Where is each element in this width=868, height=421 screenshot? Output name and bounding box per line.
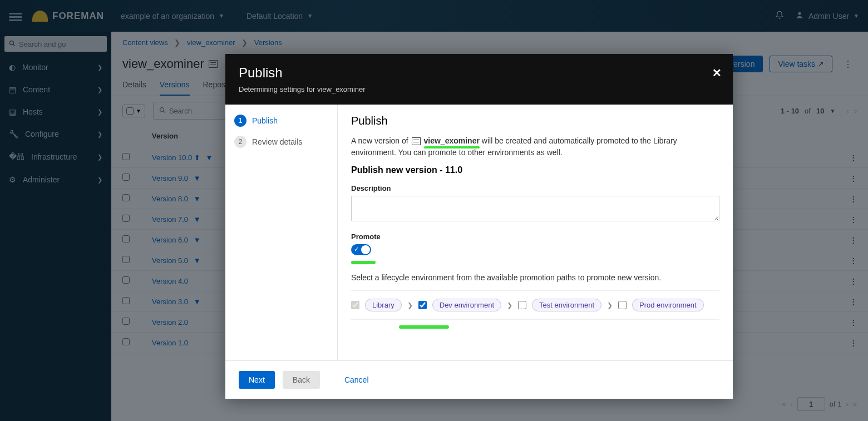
publish-modal: Publish Determining settings for view_ex…	[225, 54, 733, 399]
env-checkbox-library	[351, 301, 359, 309]
wizard-content: Publish A new version of view_exominer w…	[338, 105, 733, 360]
wizard-step-publish[interactable]: 1 Publish	[234, 115, 328, 127]
description-input[interactable]	[351, 196, 719, 221]
chevron-right-icon: ❯	[607, 301, 613, 309]
env-chip-dev[interactable]: Dev environment	[432, 299, 501, 311]
cancel-button[interactable]: Cancel	[344, 375, 369, 384]
step-label: Review details	[252, 137, 302, 146]
modal-subtitle: Determining settings for view_exominer	[239, 85, 719, 93]
env-checkbox-test[interactable]	[518, 301, 526, 309]
cv-name: view_exominer	[424, 136, 480, 145]
intro-a: A new version of	[351, 136, 408, 145]
env-checkbox-prod[interactable]	[618, 301, 627, 309]
intro-text: A new version of view_exominer will be c…	[351, 135, 719, 159]
promote-label: Promote	[351, 232, 719, 241]
step-number: 1	[234, 115, 246, 127]
next-button[interactable]: Next	[239, 371, 275, 389]
chevron-right-icon: ❯	[507, 301, 512, 309]
env-checkbox-dev[interactable]	[418, 301, 427, 309]
toggle-knob	[361, 245, 370, 254]
wizard-step-review[interactable]: 2 Review details	[234, 136, 328, 148]
modal-footer: Next Back Cancel	[225, 360, 733, 399]
highlight-annotation	[351, 261, 376, 264]
modal-title: Publish	[239, 65, 719, 81]
highlight-annotation	[399, 325, 449, 329]
promote-toggle[interactable]: ✓	[351, 244, 371, 255]
env-chip-library[interactable]: Library	[365, 299, 402, 311]
environment-path: Library ❯ Dev environment ❯ Test environ…	[351, 290, 719, 320]
step-number: 2	[234, 136, 246, 148]
promote-help-text: Select a lifecycle environment from the …	[351, 272, 719, 284]
chevron-right-icon: ❯	[407, 301, 413, 309]
description-label: Description	[351, 184, 719, 192]
section-heading: Publish	[351, 115, 719, 127]
close-icon[interactable]: ✕	[712, 66, 722, 80]
new-version-heading: Publish new version - 11.0	[351, 165, 719, 175]
wizard-nav: 1 Publish 2 Review details	[225, 105, 338, 360]
back-button: Back	[283, 371, 320, 389]
check-icon: ✓	[354, 246, 359, 253]
step-label: Publish	[252, 116, 278, 125]
env-chip-test[interactable]: Test environment	[532, 299, 601, 311]
content-view-icon	[412, 137, 421, 145]
env-chip-prod[interactable]: Prod environment	[632, 299, 704, 311]
modal-header: Publish Determining settings for view_ex…	[225, 54, 733, 105]
